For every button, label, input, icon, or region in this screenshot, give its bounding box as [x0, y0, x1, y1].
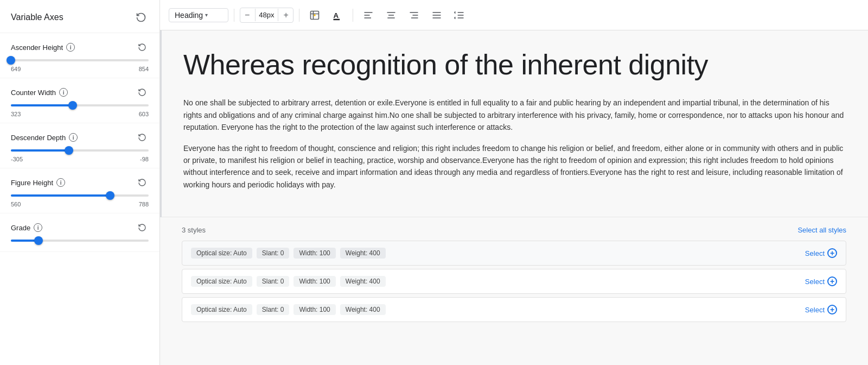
select-all-styles-link[interactable]: Select all styles	[797, 226, 846, 234]
grade-header: Grade i	[11, 221, 149, 234]
font-size-control: − 48px +	[240, 8, 293, 23]
select-label-1: Select	[805, 249, 825, 257]
grade-info-icon[interactable]: i	[34, 223, 42, 232]
preview-section: Whereas recognition of the inherent dign…	[162, 30, 868, 217]
right-panel: Heading ▾ − 48px + A	[160, 0, 868, 365]
descender-depth-name: Descender Depth i	[11, 133, 78, 142]
figure-height-reset-button[interactable]	[136, 176, 149, 189]
ascender-height-header: Ascender Height i	[11, 41, 149, 54]
line-spacing-button[interactable]	[450, 7, 469, 23]
style-tag-width-2: Width: 100	[293, 276, 335, 287]
left-panel: Variable Axes Ascender Height i	[0, 0, 160, 365]
figure-height-track	[11, 194, 149, 197]
style-selector-label: Heading	[175, 11, 203, 20]
preview-paragraph-1: No one shall be subjected to arbitrary a…	[183, 97, 846, 133]
style-tag-optical-3: Optical size: Auto	[191, 304, 252, 315]
figure-height-header: Figure Height i	[11, 176, 149, 189]
decrease-font-size-button[interactable]: −	[240, 8, 254, 22]
descender-depth-track	[11, 149, 149, 152]
counter-width-fill	[11, 104, 73, 106]
descender-depth-thumb[interactable]	[65, 146, 73, 155]
select-style-1-button[interactable]: Select +	[805, 248, 837, 258]
highlight-color-button[interactable]	[305, 7, 324, 23]
align-center-icon	[386, 10, 397, 21]
style-tag-optical-2: Optical size: Auto	[191, 276, 252, 287]
style-tag-slant-1: Slant: 0	[257, 248, 290, 259]
grade-track	[11, 240, 149, 242]
align-right-button[interactable]	[404, 7, 424, 23]
style-tag-weight-2: Weight: 400	[340, 276, 386, 287]
highlight-icon	[309, 10, 320, 21]
counter-width-slider[interactable]	[11, 104, 149, 106]
descender-depth-range: -305 -98	[11, 156, 149, 162]
descender-depth-reset-button[interactable]	[136, 131, 149, 144]
refresh-icon	[136, 12, 146, 23]
grade-section: Grade i	[0, 213, 159, 252]
select-style-3-button[interactable]: Select +	[805, 305, 837, 314]
select-style-2-button[interactable]: Select +	[805, 276, 837, 286]
style-selector[interactable]: Heading ▾	[169, 8, 228, 22]
counter-width-range: 323 603	[11, 111, 149, 117]
select-label-3: Select	[805, 306, 825, 314]
toolbar: Heading ▾ − 48px + A	[160, 0, 868, 30]
svg-rect-2	[333, 18, 340, 20]
align-center-button[interactable]	[381, 7, 401, 23]
style-tag-weight-1: Weight: 400	[340, 248, 386, 259]
toolbar-divider-3	[353, 9, 353, 22]
ascender-height-thumb[interactable]	[7, 56, 15, 65]
text-color-icon: A	[332, 10, 343, 21]
toolbar-divider-1	[234, 9, 234, 22]
styles-header: 3 styles Select all styles	[182, 226, 846, 234]
preview-body: No one shall be subjected to arbitrary a…	[183, 97, 846, 191]
styles-section: 3 styles Select all styles Optical size:…	[160, 217, 868, 334]
align-left-button[interactable]	[359, 7, 378, 23]
style-tag-width-1: Width: 100	[293, 248, 335, 259]
chevron-down-icon: ▾	[205, 12, 208, 18]
counter-width-info-icon[interactable]: i	[59, 88, 68, 97]
plus-circle-icon-3: +	[827, 305, 837, 314]
ascender-height-section: Ascender Height i 649 854	[0, 33, 159, 78]
align-right-icon	[409, 10, 419, 21]
reset-all-button[interactable]	[133, 10, 149, 25]
grade-slider[interactable]	[11, 240, 149, 242]
ascender-height-track	[11, 59, 149, 61]
grade-reset-button[interactable]	[136, 221, 149, 234]
reset-icon	[138, 133, 146, 142]
preview-border: Whereas recognition of the inherent dign…	[160, 30, 868, 217]
preview-paragraph-2: Everyone has the right to freedom of tho…	[183, 142, 846, 191]
toolbar-divider-2	[299, 9, 299, 22]
style-row-3: Optical size: Auto Slant: 0 Width: 100 W…	[182, 297, 846, 322]
ascender-height-slider[interactable]	[11, 59, 149, 61]
figure-height-slider[interactable]	[11, 194, 149, 197]
descender-depth-section: Descender Depth i -305 -98	[0, 123, 159, 168]
ascender-height-info-icon[interactable]: i	[66, 43, 75, 52]
panel-header: Variable Axes	[0, 0, 159, 33]
text-color-button[interactable]: A	[328, 7, 347, 23]
justify-button[interactable]	[427, 7, 446, 23]
ascender-height-name: Ascender Height i	[11, 43, 75, 52]
plus-circle-icon-1: +	[827, 248, 837, 258]
descender-depth-info-icon[interactable]: i	[69, 133, 78, 142]
style-tag-slant-2: Slant: 0	[257, 276, 290, 287]
descender-depth-header: Descender Depth i	[11, 131, 149, 144]
style-tag-weight-3: Weight: 400	[340, 304, 386, 315]
align-left-icon	[363, 10, 374, 21]
ascender-height-reset-button[interactable]	[136, 41, 149, 54]
figure-height-section: Figure Height i 560 788	[0, 168, 159, 213]
counter-width-thumb[interactable]	[68, 101, 77, 110]
justify-icon	[431, 10, 442, 21]
style-tag-width-3: Width: 100	[293, 304, 335, 315]
style-row-1: Optical size: Auto Slant: 0 Width: 100 W…	[182, 241, 846, 266]
line-spacing-icon	[454, 10, 465, 21]
figure-height-info-icon[interactable]: i	[56, 178, 65, 187]
descender-depth-slider[interactable]	[11, 149, 149, 152]
figure-height-name: Figure Height i	[11, 178, 65, 187]
figure-height-thumb[interactable]	[106, 191, 114, 200]
scrollable-content: Whereas recognition of the inherent dign…	[160, 30, 868, 365]
reset-icon	[138, 223, 146, 232]
style-row-2: Optical size: Auto Slant: 0 Width: 100 W…	[182, 269, 846, 294]
counter-width-reset-button[interactable]	[136, 86, 149, 99]
grade-thumb[interactable]	[34, 236, 43, 245]
style-tags-3: Optical size: Auto Slant: 0 Width: 100 W…	[191, 304, 386, 315]
increase-font-size-button[interactable]: +	[279, 8, 293, 22]
